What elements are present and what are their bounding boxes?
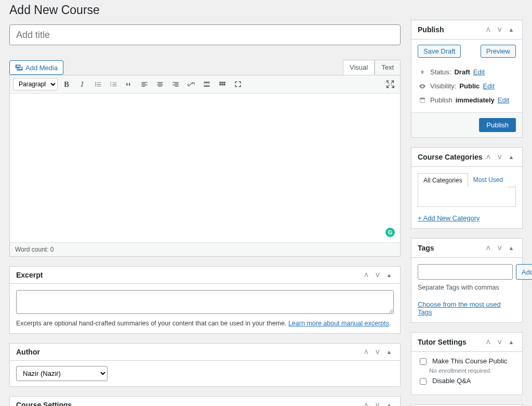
- move-up-icon[interactable]: ᐱ: [362, 349, 371, 356]
- align-center-icon[interactable]: [153, 77, 167, 91]
- author-select[interactable]: Nazir (Nazir): [16, 366, 108, 381]
- move-down-icon[interactable]: ᐯ: [495, 339, 504, 346]
- make-public-desc: No enrollment required.: [429, 368, 516, 374]
- schedule-value: immediately: [456, 96, 495, 104]
- publish-panel: Publish ᐱ ᐯ ▲ Save Draft Preview Status:…: [411, 20, 523, 138]
- link-icon[interactable]: [184, 77, 198, 91]
- course-settings-heading: Course Settings: [16, 401, 72, 406]
- make-public-checkbox[interactable]: [420, 358, 427, 365]
- blockquote-icon[interactable]: [122, 77, 136, 91]
- svg-rect-4: [221, 84, 223, 85]
- svg-rect-0: [219, 82, 221, 83]
- course-title-input[interactable]: [9, 24, 401, 45]
- toolbar-toggle-icon[interactable]: [216, 77, 229, 91]
- media-icon: [15, 63, 23, 72]
- publish-button[interactable]: Publish: [479, 118, 516, 132]
- word-count: Word count: 0: [10, 242, 400, 256]
- move-up-icon[interactable]: ᐱ: [362, 402, 371, 407]
- number-list-icon[interactable]: [107, 77, 120, 91]
- move-down-icon[interactable]: ᐯ: [495, 27, 504, 33]
- editor-container: Paragraph B I G Word count: 0: [9, 75, 401, 257]
- move-down-icon[interactable]: ᐯ: [373, 272, 382, 279]
- course-settings-panel: Course Settings ᐱ ᐯ ▲: [9, 396, 401, 406]
- align-right-icon[interactable]: [169, 77, 182, 91]
- save-draft-button[interactable]: Save Draft: [418, 45, 461, 58]
- tutor-heading: Tutor Settings: [418, 338, 467, 346]
- tutor-settings-panel: Tutor Settings ᐱ ᐯ ▲ Make This Course Pu…: [411, 332, 523, 395]
- tags-panel: Tags ᐱ ᐯ ▲ Add Separate Tags with commas…: [411, 238, 523, 323]
- tab-most-used[interactable]: Most Used: [468, 173, 508, 187]
- categories-panel: Course Categories ᐱ ᐯ ▲ All Categories M…: [411, 147, 523, 229]
- fullscreen-icon[interactable]: [231, 77, 245, 91]
- excerpt-panel: Excerpt ᐱ ᐯ ▲ Excerpts are optional hand…: [9, 266, 401, 334]
- page-title: Add New Course: [9, 3, 401, 17]
- preview-button[interactable]: Preview: [481, 45, 516, 58]
- editor-textarea[interactable]: G: [10, 94, 400, 242]
- excerpt-help-link[interactable]: Learn more about manual excerpts: [288, 320, 389, 327]
- toggle-panel-icon[interactable]: ▲: [507, 27, 516, 33]
- status-edit-link[interactable]: Edit: [473, 68, 485, 76]
- author-panel: Author ᐱ ᐯ ▲ Nazir (Nazir): [9, 343, 401, 387]
- svg-rect-1: [221, 82, 223, 83]
- tab-visual[interactable]: Visual: [343, 60, 375, 75]
- tab-all-categories[interactable]: All Categories: [418, 173, 468, 187]
- grammarly-icon[interactable]: G: [385, 228, 395, 237]
- align-left-icon[interactable]: [138, 77, 151, 91]
- excerpt-help: Excerpts are optional hand-crafted summa…: [16, 320, 394, 327]
- toggle-panel-icon[interactable]: ▲: [384, 272, 394, 279]
- category-list[interactable]: [418, 187, 516, 207]
- status-value: Draft: [454, 68, 470, 76]
- move-down-icon[interactable]: ᐯ: [495, 154, 504, 161]
- publish-heading: Publish: [418, 25, 444, 34]
- add-tag-button[interactable]: Add: [516, 264, 532, 280]
- visibility-icon: [418, 83, 427, 90]
- svg-rect-2: [223, 82, 225, 83]
- toggle-panel-icon[interactable]: ▲: [384, 349, 394, 356]
- visibility-edit-link[interactable]: Edit: [483, 82, 494, 90]
- toggle-panel-icon[interactable]: ▲: [507, 245, 516, 252]
- excerpt-textarea[interactable]: [16, 290, 394, 314]
- add-media-label: Add Media: [25, 64, 58, 72]
- move-down-icon[interactable]: ᐯ: [373, 349, 382, 356]
- choose-tags-link[interactable]: Choose from the most used Tags: [418, 300, 516, 316]
- excerpt-heading: Excerpt: [16, 271, 43, 279]
- svg-rect-5: [223, 84, 225, 85]
- tab-text[interactable]: Text: [375, 60, 401, 75]
- calendar-icon: [418, 97, 427, 104]
- move-down-icon[interactable]: ᐯ: [495, 245, 504, 252]
- read-more-icon[interactable]: [200, 77, 214, 91]
- editor-toolbar: Paragraph B I: [10, 75, 400, 94]
- make-public-label: Make This Course Public: [432, 357, 507, 365]
- visibility-value: Public: [459, 82, 480, 90]
- move-up-icon[interactable]: ᐱ: [484, 27, 493, 33]
- expand-icon[interactable]: [383, 77, 397, 91]
- move-down-icon[interactable]: ᐯ: [373, 402, 382, 407]
- svg-rect-3: [219, 84, 221, 85]
- tags-note: Separate Tags with commas: [418, 284, 516, 291]
- move-up-icon[interactable]: ᐱ: [484, 154, 493, 161]
- toggle-panel-icon[interactable]: ▲: [507, 154, 516, 161]
- tag-input[interactable]: [418, 264, 513, 280]
- schedule-label: Publish: [430, 96, 453, 104]
- tags-heading: Tags: [418, 244, 434, 252]
- schedule-edit-link[interactable]: Edit: [498, 96, 509, 104]
- author-heading: Author: [16, 348, 40, 356]
- status-label: Status:: [430, 68, 451, 76]
- format-select[interactable]: Paragraph: [13, 78, 58, 90]
- bold-icon[interactable]: B: [60, 77, 73, 91]
- disable-qa-checkbox[interactable]: [420, 378, 427, 385]
- pin-icon: [418, 69, 427, 76]
- move-up-icon[interactable]: ᐱ: [484, 339, 493, 346]
- add-new-category-link[interactable]: + Add New Category: [418, 214, 480, 222]
- bullet-list-icon[interactable]: [91, 77, 104, 91]
- italic-icon[interactable]: I: [75, 77, 89, 91]
- visibility-label: Visibility:: [430, 82, 456, 90]
- add-media-button[interactable]: Add Media: [9, 60, 63, 75]
- toggle-panel-icon[interactable]: ▲: [384, 402, 394, 407]
- categories-heading: Course Categories: [418, 153, 482, 161]
- move-up-icon[interactable]: ᐱ: [362, 272, 371, 279]
- move-up-icon[interactable]: ᐱ: [484, 245, 493, 252]
- toggle-panel-icon[interactable]: ▲: [507, 339, 516, 346]
- disable-qa-label: Disable Q&A: [432, 377, 471, 385]
